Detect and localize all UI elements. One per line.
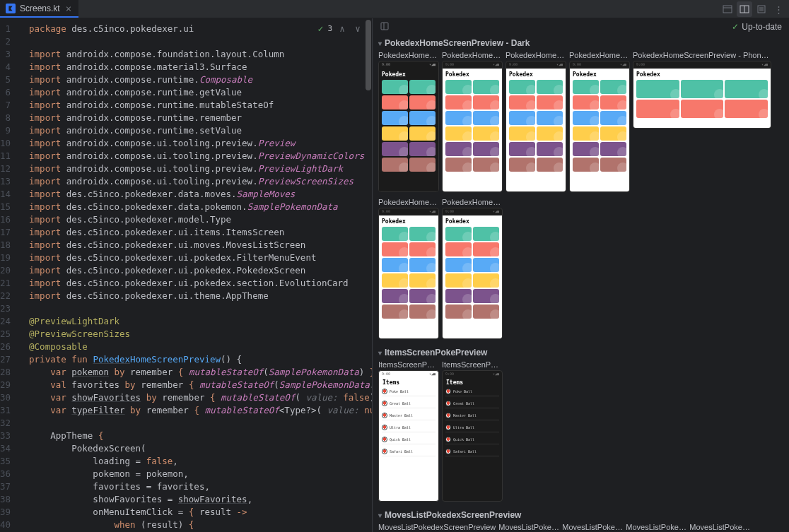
preview-thumbnail[interactable]: 9:00▾◢■Pokedex — [569, 61, 630, 192]
preview-thumbnail[interactable]: 9:00▾◢■ItemsPoke BallGreat BallMaster Ba… — [378, 370, 439, 502]
preview-thumbnail[interactable]: 9:00▾◢■Pokedex — [378, 61, 439, 192]
thumb-label: PokedexHomeScreenP… — [442, 198, 503, 206]
section-header[interactable]: ▾ItemsScreenPokePreview — [378, 345, 789, 360]
code-view-icon[interactable] — [720, 1, 735, 17]
file-tab[interactable]: Screens.kt × — [0, 0, 78, 18]
design-view-icon[interactable] — [754, 1, 769, 17]
chevron-down-icon: ▾ — [378, 40, 382, 47]
code-content[interactable]: package des.c5inco.pokedexer.ui import a… — [23, 18, 372, 532]
section-header[interactable]: ▾PokedexHomeScreenPreview - Dark — [378, 35, 789, 51]
chevron-down-icon: ▾ — [378, 349, 382, 357]
code-area[interactable]: 1234567891011121314151617181920212223242… — [0, 18, 372, 532]
close-icon[interactable]: × — [64, 3, 73, 14]
gutter: 1234567891011121314151617181920212223242… — [0, 18, 23, 532]
thumb-label: MovesListPokedexScr… — [626, 523, 686, 531]
thumb-label: MovesListPokedexScr… — [562, 523, 623, 531]
thumb-label: MovesListPokedexScr… — [689, 523, 750, 531]
status-check-icon: ✓ — [732, 22, 739, 32]
split-view-icon[interactable] — [737, 1, 752, 17]
thumb-label: PokedexHomeScreenP… — [378, 198, 439, 206]
preview-thumbnail[interactable]: 9:00▾◢■Pokedex — [378, 208, 439, 339]
prev-highlight-icon[interactable]: ∧ — [337, 23, 348, 34]
tab-bar: Screens.kt × — [0, 0, 789, 18]
status-text: Up-to-date — [742, 22, 782, 32]
thumb-label: PokedexHomeScreenP… — [442, 51, 503, 59]
tab-filename: Screens.kt — [20, 4, 60, 13]
scrollbar-thumb[interactable] — [366, 20, 371, 90]
preview-thumbnail[interactable]: 9:00▾◢■Pokedex — [633, 61, 771, 129]
preview-thumbnail[interactable]: 9:00▾◢■Pokedex — [442, 208, 503, 339]
thumb-label: MovesListPokedexScr… — [498, 523, 559, 531]
more-icon[interactable]: ⋮ — [771, 1, 786, 17]
scrollbar[interactable] — [365, 18, 372, 532]
preview-thumbnail[interactable]: 9:00▾◢■Pokedex — [442, 61, 503, 192]
svg-rect-7 — [381, 23, 388, 30]
preview-thumbnail[interactable]: 9:00▾◢■Pokedex — [505, 61, 566, 192]
thumb-label: ItemsScreenPokePrevi… — [442, 360, 503, 369]
editor-pane: ✓ 3 ∧ ∨ 12345678910111213141516171819202… — [0, 18, 372, 532]
thumb-label: ItemsScreenPokePrevi… — [378, 360, 439, 369]
thumb-label: PokedexHomeScreenPreview - Phone - Lands… — [633, 51, 771, 59]
svg-rect-6 — [759, 7, 764, 11]
thumb-label: PokedexHomeScreenP… — [569, 51, 630, 59]
section-header[interactable]: ▾MovesListPokedexScreenPreview — [378, 507, 789, 523]
next-highlight-icon[interactable]: ∨ — [352, 23, 363, 34]
refresh-icon[interactable] — [380, 21, 390, 33]
thumb-label: PokedexHomeScreenP… — [378, 51, 439, 59]
thumb-label: MovesListPokedexScreenPreview — [378, 523, 496, 531]
build-status: ✓ Up-to-date — [732, 22, 782, 32]
preview-pane: ✓ Up-to-date ▾PokedexHomeScreenPreview -… — [372, 18, 789, 532]
chevron-down-icon: ▾ — [378, 512, 382, 519]
preview-thumbnail[interactable]: 9:00▾◢■ItemsPoke BallGreat BallMaster Ba… — [442, 370, 503, 502]
kotlin-file-icon — [6, 4, 16, 13]
toolbar: ⋮ — [720, 0, 789, 18]
svg-rect-1 — [723, 6, 732, 13]
preview-body[interactable]: ▾PokedexHomeScreenPreview - DarkPokedexH… — [373, 35, 789, 532]
inspections-check-icon[interactable]: ✓ — [318, 23, 324, 34]
inspections-count[interactable]: 3 — [327, 24, 332, 33]
thumb-label: PokedexHomeScreenP… — [505, 51, 566, 59]
